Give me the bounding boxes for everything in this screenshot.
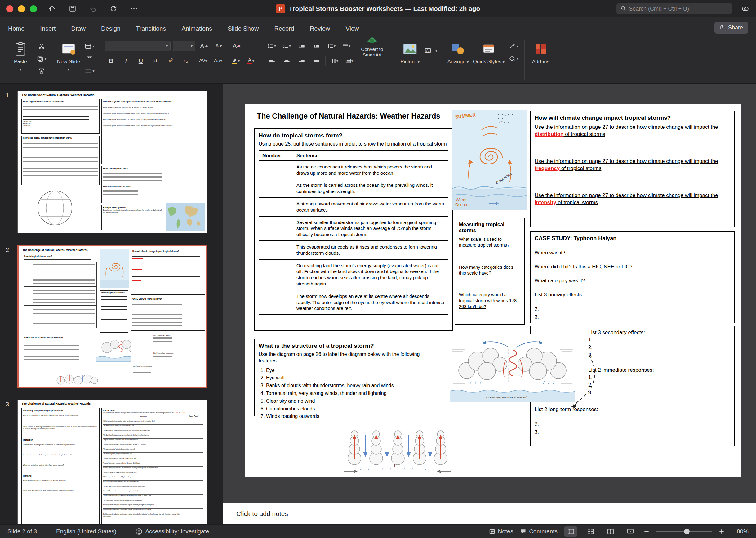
strikethrough-button[interactable]: ab xyxy=(150,56,162,66)
slide-indicator[interactable]: Slide 2 of 3 xyxy=(7,528,37,535)
ribbon-tab[interactable]: Review xyxy=(309,22,331,37)
form-box[interactable]: How do tropical storms form? Using page … xyxy=(254,129,453,331)
font-name-select[interactable] xyxy=(105,41,170,51)
new-slide-dropdown[interactable] xyxy=(68,66,70,72)
underline-button[interactable]: U xyxy=(135,56,147,66)
section-button[interactable] xyxy=(83,66,96,76)
slide-1-thumbnail[interactable]: The Challenge of Natural Hazards: Weathe… xyxy=(17,90,207,233)
feature-item: Eye wall xyxy=(266,374,436,382)
slide-canvas-area[interactable]: The Challenge of Natural Hazards: Weathe… xyxy=(223,84,756,503)
ribbon-tab[interactable]: Animations xyxy=(181,22,213,37)
clear-formatting-button[interactable]: A xyxy=(230,41,243,51)
zoom-value[interactable]: 80% xyxy=(731,528,749,535)
case-study-box[interactable]: CASE STUDY: Typhoon Haiyan When was it?W… xyxy=(530,232,735,323)
line-spacing-button[interactable] xyxy=(325,41,338,51)
slide-3-thumbnail[interactable]: The Challenge of Natural Hazards: Weathe… xyxy=(17,400,207,524)
ribbon-tab[interactable]: Slide Show xyxy=(227,22,259,37)
reset-slide-button[interactable] xyxy=(83,54,96,63)
ribbon-tab[interactable]: View xyxy=(345,22,359,37)
tf-statement-row: 600,000 people lost their homes due to T… xyxy=(103,480,203,485)
zoom-slider-thumb[interactable] xyxy=(684,529,690,534)
decrease-indent-button[interactable] xyxy=(296,41,308,51)
text-highlight-button[interactable] xyxy=(229,56,242,66)
home-icon[interactable] xyxy=(47,4,57,13)
measuring-box[interactable]: Measuring tropical storms What scale is … xyxy=(454,218,525,325)
search-field[interactable] xyxy=(616,3,732,14)
new-slide-button[interactable]: New Slide xyxy=(57,40,80,72)
notes-area[interactable]: Click to add notes xyxy=(223,503,756,524)
insert-group: Picture A xyxy=(394,40,442,81)
slide-sorter-view-button[interactable] xyxy=(584,526,597,537)
bold-button[interactable]: B xyxy=(105,56,117,66)
save-icon[interactable] xyxy=(68,4,77,13)
zoom-slider[interactable] xyxy=(656,531,712,532)
font-color-button[interactable]: A xyxy=(244,56,257,66)
bullet-list-button[interactable] xyxy=(266,41,278,51)
accessibility-status[interactable]: Accessibility: Investigate xyxy=(135,528,209,535)
search-input[interactable] xyxy=(629,6,728,12)
justify-button[interactable] xyxy=(310,56,323,66)
copy-button[interactable] xyxy=(35,54,48,63)
language-indicator[interactable]: English (United States) xyxy=(56,528,116,535)
shape-fill-button[interactable] xyxy=(508,54,520,63)
italic-button[interactable]: I xyxy=(120,56,132,66)
shrink-font-button[interactable]: A xyxy=(213,41,225,51)
zoom-out-button[interactable] xyxy=(644,529,649,534)
undo-icon[interactable] xyxy=(88,4,98,13)
align-center-button[interactable] xyxy=(281,56,293,66)
addins-button[interactable]: Add-ins xyxy=(529,40,552,65)
close-window-button[interactable] xyxy=(6,5,13,12)
format-painter-button[interactable] xyxy=(35,66,48,76)
align-right-button[interactable] xyxy=(296,56,308,66)
ribbon-tab[interactable]: Home xyxy=(7,22,25,37)
cloud-convection-sketch[interactable]: L xyxy=(342,418,452,474)
superscript-button[interactable]: x² xyxy=(165,56,177,66)
change-case-button[interactable]: Aa xyxy=(212,56,224,66)
increase-indent-button[interactable] xyxy=(310,41,323,51)
ribbon-tab[interactable]: Transitions xyxy=(135,22,166,37)
arrange-button[interactable]: Arrange xyxy=(446,40,470,65)
character-spacing-button[interactable]: AV xyxy=(197,56,209,66)
paste-button[interactable]: Paste xyxy=(9,40,32,72)
text-direction-button[interactable] xyxy=(340,41,353,51)
slide-2-thumbnail[interactable]: The Challenge of Natural Hazards: Weathe… xyxy=(17,245,207,388)
font-size-select[interactable] xyxy=(173,41,195,51)
grow-font-button[interactable]: A xyxy=(198,41,210,51)
paste-dropdown[interactable] xyxy=(20,66,22,72)
storm-cross-section-sketch[interactable]: Ocean temperatures above 26° xyxy=(449,334,575,402)
text-box-button[interactable]: A xyxy=(425,46,437,55)
ribbon-tab[interactable]: Design xyxy=(101,22,121,37)
columns-button[interactable] xyxy=(328,56,341,66)
subscript-button[interactable]: x₂ xyxy=(179,56,192,66)
notes-toggle-button[interactable]: Notes xyxy=(489,528,513,535)
minimize-window-button[interactable] xyxy=(18,5,25,12)
slide-layout-button[interactable] xyxy=(83,41,96,51)
shape-outline-button[interactable] xyxy=(508,41,520,51)
reading-view-button[interactable] xyxy=(604,526,617,537)
picture-button[interactable]: Picture xyxy=(398,40,422,65)
ribbon-tab[interactable]: Record xyxy=(273,22,295,37)
redo-icon[interactable] xyxy=(109,4,118,13)
zoom-in-button[interactable] xyxy=(719,529,724,534)
normal-view-button[interactable] xyxy=(564,526,577,537)
slideshow-view-button[interactable] xyxy=(624,526,637,537)
numbered-list-button[interactable] xyxy=(281,41,293,51)
ribbon-tab[interactable]: Draw xyxy=(71,22,86,37)
storm-formation-sketch[interactable]: SUMMER Evaporation Warm Ocean xyxy=(452,110,527,210)
convert-smartart-button[interactable]: Convert to SmartArt xyxy=(355,34,389,58)
structure-box[interactable]: What is the structure of a tropical stor… xyxy=(254,339,440,416)
ribbon-toolbar: Paste New Slide xyxy=(0,37,756,84)
cut-button[interactable] xyxy=(35,41,48,51)
climate-box[interactable]: How will climate change impact tropical … xyxy=(530,111,735,228)
slide[interactable]: The Challenge of Natural Hazards: Weathe… xyxy=(245,104,741,477)
comments-toggle-button[interactable]: Comments xyxy=(520,528,557,535)
share-button[interactable]: Share xyxy=(714,22,748,33)
quick-styles-button[interactable]: Quick Styles xyxy=(473,40,504,65)
fullscreen-window-button[interactable] xyxy=(30,5,37,12)
slide-title[interactable]: The Challenge of Natural Hazards: Weathe… xyxy=(257,112,440,120)
align-text-button[interactable] xyxy=(343,56,355,66)
window-switcher-icon[interactable] xyxy=(740,4,750,13)
ribbon-tab[interactable]: Insert xyxy=(39,22,56,37)
more-commands-icon[interactable] xyxy=(129,4,139,13)
align-left-button[interactable] xyxy=(266,56,278,66)
